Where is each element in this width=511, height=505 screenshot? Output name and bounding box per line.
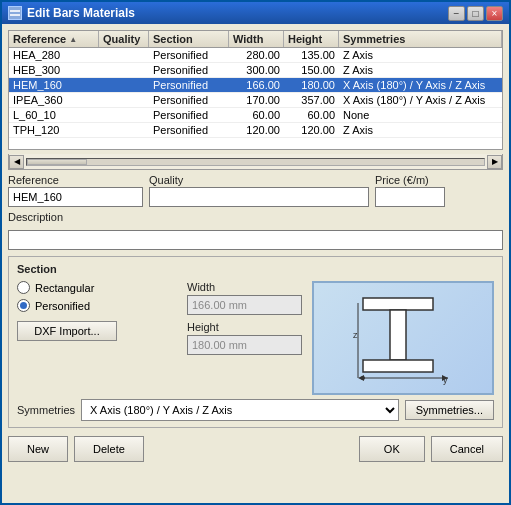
width-input [187, 295, 302, 315]
radio-personified-row[interactable]: Personified [17, 299, 177, 312]
form-row-2: Description [8, 211, 503, 250]
window-icon [8, 6, 22, 20]
radio-rectangular[interactable] [17, 281, 30, 294]
cell-ref: TPH_120 [9, 123, 99, 137]
cell-wid: 120.00 [229, 123, 284, 137]
cell-wid: 300.00 [229, 63, 284, 77]
minimize-button[interactable]: − [448, 6, 465, 21]
svg-rect-3 [390, 310, 406, 360]
col-header-reference[interactable]: Reference ▲ [9, 31, 99, 47]
reference-input[interactable] [8, 187, 143, 207]
cell-sec: Personified [149, 108, 229, 122]
cell-sym: Z Axis [339, 63, 502, 77]
col-header-symmetries[interactable]: Symmetries [339, 31, 502, 47]
table-row[interactable]: L_60_10 Personified 60.00 60.00 None [9, 108, 502, 123]
svg-text:y: y [443, 375, 448, 385]
col-header-height[interactable]: Height [284, 31, 339, 47]
dxf-import-button[interactable]: DXF Import... [17, 321, 117, 341]
window-controls: − □ × [448, 6, 503, 21]
svg-rect-4 [363, 360, 433, 372]
cell-qual [99, 108, 149, 122]
cell-sym: Z Axis [339, 48, 502, 62]
scroll-thumb[interactable] [27, 159, 87, 165]
main-window: Edit Bars Materials − □ × Reference ▲ Qu… [0, 0, 511, 505]
cell-ref: HEM_160 [9, 78, 99, 92]
symmetries-row: Symmetries X Axis (180°) / Y Axis / Z Ax… [17, 399, 494, 421]
form-row-1: Reference Quality Price (€/m) [8, 174, 503, 207]
symmetries-button[interactable]: Symmetries... [405, 400, 494, 420]
cell-sym: Z Axis [339, 123, 502, 137]
main-content: Reference ▲ Quality Section Width Height… [2, 24, 509, 503]
cell-sym: None [339, 108, 502, 122]
new-button[interactable]: New [8, 436, 68, 462]
section-box: Section Rectangular Personified DXF Impo… [8, 256, 503, 428]
col-header-section[interactable]: Section [149, 31, 229, 47]
cancel-button[interactable]: Cancel [431, 436, 503, 462]
svg-rect-1 [10, 14, 20, 16]
section-middle: Width Height [187, 281, 302, 395]
cell-wid: 166.00 [229, 78, 284, 92]
cell-ref: HEA_280 [9, 48, 99, 62]
cell-ref: L_60_10 [9, 108, 99, 122]
reference-label: Reference [8, 174, 143, 186]
window-title: Edit Bars Materials [27, 6, 443, 20]
table-row[interactable]: HEM_160 Personified 166.00 180.00 X Axis… [9, 78, 502, 93]
cell-qual [99, 93, 149, 107]
cell-hei: 180.00 [284, 78, 339, 92]
cell-sec: Personified [149, 93, 229, 107]
cell-wid: 170.00 [229, 93, 284, 107]
svg-text:z: z [353, 330, 358, 340]
delete-button[interactable]: Delete [74, 436, 144, 462]
height-input [187, 335, 302, 355]
horizontal-scrollbar[interactable]: ◀ ▶ [8, 154, 503, 170]
table-row[interactable]: TPH_120 Personified 120.00 120.00 Z Axis [9, 123, 502, 138]
cell-qual [99, 63, 149, 77]
maximize-button[interactable]: □ [467, 6, 484, 21]
cell-sec: Personified [149, 78, 229, 92]
cell-wid: 60.00 [229, 108, 284, 122]
close-button[interactable]: × [486, 6, 503, 21]
svg-rect-0 [10, 10, 20, 12]
reference-field-group: Reference [8, 174, 143, 207]
description-label: Description [8, 211, 63, 223]
cell-wid: 280.00 [229, 48, 284, 62]
table-row[interactable]: HEB_300 Personified 300.00 150.00 Z Axis [9, 63, 502, 78]
table-header: Reference ▲ Quality Section Width Height… [9, 31, 502, 48]
ibeam-preview-svg: z y [343, 283, 463, 393]
col-header-width[interactable]: Width [229, 31, 284, 47]
scroll-left-button[interactable]: ◀ [9, 155, 24, 169]
quality-field-group: Quality [149, 174, 369, 207]
cell-ref: IPEA_360 [9, 93, 99, 107]
ok-button[interactable]: OK [359, 436, 425, 462]
symmetries-select[interactable]: X Axis (180°) / Y Axis / Z AxisZ AxisNon… [81, 399, 399, 421]
scroll-track[interactable] [26, 158, 485, 166]
price-field-group: Price (€/m) [375, 174, 445, 207]
quality-label: Quality [149, 174, 369, 186]
cell-sec: Personified [149, 48, 229, 62]
cell-hei: 120.00 [284, 123, 339, 137]
table-row[interactable]: IPEA_360 Personified 170.00 357.00 X Axi… [9, 93, 502, 108]
section-box-title: Section [17, 263, 494, 275]
svg-rect-2 [363, 298, 433, 310]
radio-rectangular-row[interactable]: Rectangular [17, 281, 177, 294]
width-field-group: Width [187, 281, 302, 315]
table-row[interactable]: HEA_280 Personified 280.00 135.00 Z Axis [9, 48, 502, 63]
cell-sym: X Axis (180°) / Y Axis / Z Axis [339, 93, 502, 107]
sort-arrow-icon: ▲ [69, 35, 77, 44]
symmetries-label: Symmetries [17, 404, 75, 416]
cell-sec: Personified [149, 123, 229, 137]
quality-input[interactable] [149, 187, 369, 207]
col-header-quality[interactable]: Quality [99, 31, 149, 47]
cell-sec: Personified [149, 63, 229, 77]
table-body: HEA_280 Personified 280.00 135.00 Z Axis… [9, 48, 502, 146]
cell-hei: 135.00 [284, 48, 339, 62]
radio-rectangular-label: Rectangular [35, 282, 94, 294]
price-input[interactable] [375, 187, 445, 207]
section-inner: Rectangular Personified DXF Import... Wi… [17, 281, 494, 395]
radio-personified[interactable] [17, 299, 30, 312]
scroll-right-button[interactable]: ▶ [487, 155, 502, 169]
cell-qual [99, 48, 149, 62]
description-input[interactable] [8, 230, 503, 250]
svg-point-9 [361, 376, 365, 380]
cell-hei: 357.00 [284, 93, 339, 107]
